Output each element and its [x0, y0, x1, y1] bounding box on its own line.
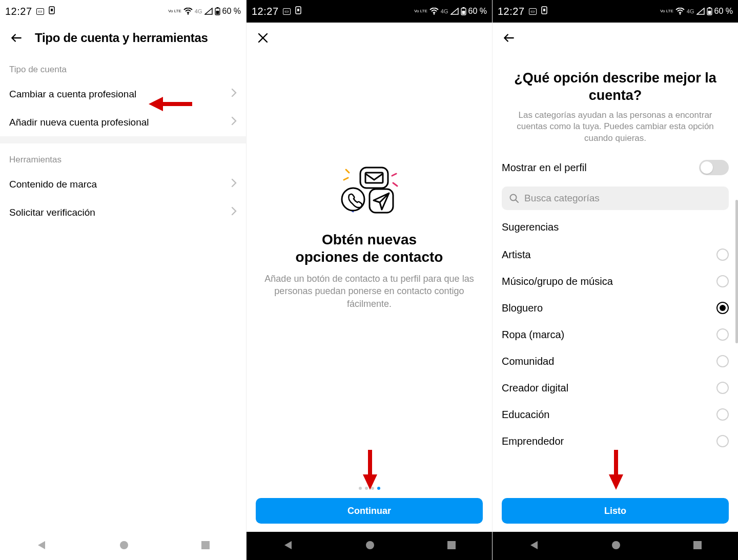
nav-home-icon[interactable]	[119, 540, 129, 552]
nav-back-icon[interactable]	[36, 540, 47, 553]
suggestions-label: Sugerencias	[502, 221, 729, 233]
radio-button[interactable]	[716, 382, 729, 394]
nav-home-icon[interactable]	[365, 540, 375, 552]
item-branded-content[interactable]: Contenido de marca	[0, 170, 246, 198]
network-4g-label: 4G	[687, 8, 694, 14]
nav-recent-icon[interactable]	[201, 541, 210, 552]
radio-button[interactable]	[716, 435, 729, 447]
svg-point-31	[679, 13, 681, 15]
battery-icon	[707, 7, 712, 15]
search-icon	[509, 193, 519, 203]
chevron-right-icon	[231, 116, 237, 128]
search-input[interactable]	[524, 193, 722, 204]
category-list: ArtistaMúsico/grupo de músicaBlogueroRop…	[502, 241, 729, 454]
status-badge-icon: ▭	[36, 8, 44, 15]
radio-button[interactable]	[716, 248, 729, 261]
dot	[359, 487, 362, 490]
category-label: Creador digital	[502, 382, 568, 394]
page-indicator	[247, 487, 492, 490]
battery-icon	[215, 7, 220, 15]
show-on-profile-toggle[interactable]	[699, 160, 729, 175]
nav-home-icon[interactable]	[611, 540, 621, 552]
nav-back-icon[interactable]	[528, 540, 540, 553]
category-option[interactable]: Ropa (marca)	[502, 321, 729, 348]
svg-rect-4	[216, 7, 218, 8]
item-add-professional[interactable]: Añadir nueva cuenta profesional	[0, 108, 246, 136]
network-4g-label: 4G	[195, 8, 202, 14]
item-label: Añadir nueva cuenta profesional	[9, 117, 149, 128]
nav-recent-icon[interactable]	[447, 541, 456, 552]
chevron-right-icon	[231, 178, 237, 190]
search-categories[interactable]	[502, 186, 729, 210]
radio-button[interactable]	[716, 302, 729, 314]
svg-line-19	[393, 183, 397, 186]
category-option[interactable]: Artista	[502, 241, 729, 268]
item-switch-professional[interactable]: Cambiar a cuenta profesional	[0, 80, 246, 108]
arrow-left-icon	[502, 31, 516, 45]
status-badge-icon: ▭	[529, 8, 537, 15]
svg-rect-5	[216, 11, 219, 14]
svg-point-35	[510, 195, 517, 201]
section-tools: Herramientas	[0, 143, 246, 170]
category-label: Ropa (marca)	[502, 329, 564, 341]
dot	[371, 487, 374, 490]
category-option[interactable]: Emprendedor	[502, 428, 729, 454]
svg-rect-21	[360, 168, 388, 188]
svg-point-25	[366, 541, 374, 549]
category-option[interactable]: Comunidad	[502, 348, 729, 375]
done-button[interactable]: Listo	[502, 498, 729, 524]
category-label: Comunidad	[502, 356, 554, 367]
dot-active	[377, 487, 380, 490]
section-account-type: Tipo de cuenta	[0, 53, 246, 80]
back-button[interactable]	[502, 31, 516, 45]
android-nav-bar	[247, 532, 492, 560]
android-nav-bar	[0, 532, 246, 560]
svg-rect-33	[708, 7, 710, 8]
onboarding-panel: Obtén nuevas opciones de contacto Añade …	[247, 0, 492, 487]
header	[493, 23, 738, 53]
battery-text: 60 %	[714, 7, 733, 16]
item-request-verification[interactable]: Solicitar verificación	[0, 198, 246, 226]
svg-point-37	[612, 541, 620, 549]
chevron-right-icon	[231, 88, 237, 100]
back-button[interactable]	[9, 31, 24, 45]
radio-button[interactable]	[716, 328, 729, 341]
svg-rect-34	[708, 11, 711, 14]
nav-back-icon[interactable]	[282, 540, 294, 553]
category-option[interactable]: Músico/grupo de música	[502, 268, 729, 295]
category-label: Músico/grupo de música	[502, 276, 613, 287]
svg-rect-7	[201, 541, 210, 549]
status-time: 12:27	[498, 6, 525, 17]
contact-illustration-icon	[329, 158, 411, 220]
category-option[interactable]: Creador digital	[502, 375, 729, 401]
sim-icon	[48, 6, 55, 17]
sim-icon	[541, 6, 548, 17]
radio-button[interactable]	[716, 355, 729, 367]
volte-icon: Vo LTE	[660, 9, 673, 13]
category-option[interactable]: Educación	[502, 401, 729, 428]
category-label: Emprendedor	[502, 435, 564, 447]
chevron-right-icon	[231, 206, 237, 218]
svg-point-6	[120, 541, 128, 549]
nav-recent-icon[interactable]	[693, 541, 702, 552]
status-bar: 12:27 ▭ Vo LTE 4G 60 %	[0, 0, 246, 23]
radio-button[interactable]	[716, 275, 729, 287]
wifi-icon	[675, 8, 685, 15]
svg-line-36	[516, 200, 519, 203]
header: Tipo de cuenta y herramientas	[0, 23, 246, 53]
page-title: ¿Qué opción describe mejor la cuenta?	[502, 70, 729, 105]
page-description: Las categorías ayudan a las personas a e…	[493, 110, 738, 145]
category-label: Bloguero	[502, 302, 543, 314]
continue-button[interactable]: Continuar	[256, 498, 483, 524]
signal-icon	[696, 8, 705, 15]
category-option[interactable]: Bloguero	[502, 295, 729, 321]
toggle-label: Mostrar en el perfil	[502, 162, 587, 174]
signal-icon	[204, 8, 213, 15]
scrollbar[interactable]	[735, 200, 738, 343]
svg-rect-30	[543, 9, 545, 11]
radio-button[interactable]	[716, 408, 729, 421]
svg-point-2	[187, 13, 189, 15]
item-label: Contenido de marca	[9, 179, 97, 190]
screen-account-type: 12:27 ▭ Vo LTE 4G 60 % Tipo de cuenta y …	[0, 0, 246, 560]
screen-choose-category: 12:27 ▭ Vo LTE 4G 60 % ¿Qué opción descr…	[492, 0, 738, 560]
